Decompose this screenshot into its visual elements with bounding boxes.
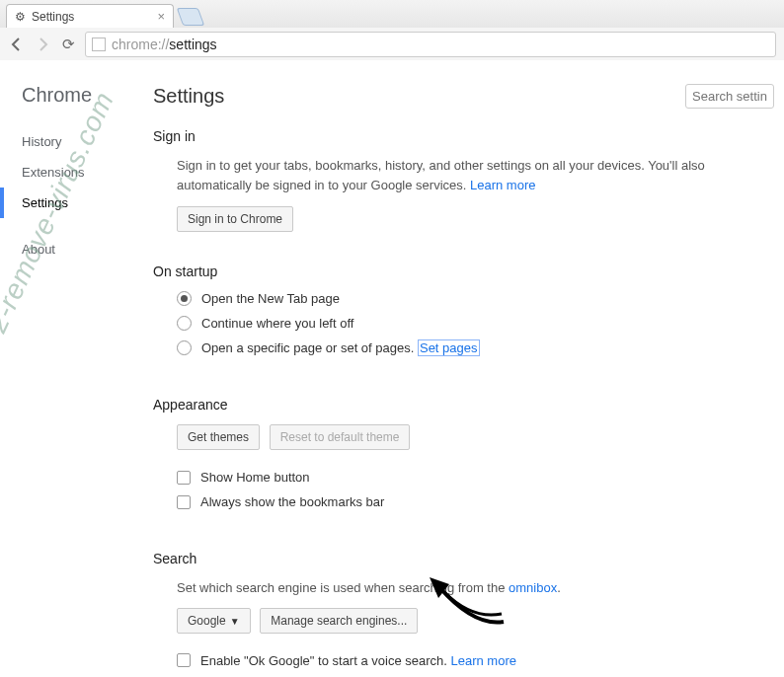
- reset-theme-button[interactable]: Reset to default theme: [270, 424, 411, 450]
- section-search-title: Search: [153, 551, 774, 566]
- radio-new-tab-label: Open the New Tab page: [201, 291, 340, 306]
- chevron-down-icon: ▼: [230, 616, 240, 627]
- search-desc-a: Set which search engine is used when sea…: [177, 580, 509, 595]
- browser-chrome: ⚙ Settings × ⟳ chrome://settings: [0, 0, 784, 60]
- forward-button[interactable]: [34, 36, 51, 53]
- url-path: settings: [169, 37, 216, 52]
- checkbox-ok-google[interactable]: [177, 653, 191, 667]
- brand-title: Chrome: [0, 84, 153, 107]
- settings-content: Settings Sign in Sign in to get your tab…: [153, 60, 784, 677]
- close-icon[interactable]: ×: [157, 9, 165, 24]
- get-themes-button[interactable]: Get themes: [177, 424, 260, 450]
- checkbox-bookmarks-bar[interactable]: [177, 495, 191, 509]
- page-icon: [92, 38, 106, 51]
- address-bar[interactable]: chrome://settings: [85, 32, 776, 57]
- checkbox-bookmarks-label: Always show the bookmarks bar: [200, 494, 384, 509]
- checkbox-home-label: Show Home button: [200, 470, 310, 485]
- checkbox-ok-google-label: Enable "Ok Google" to start a voice sear…: [200, 653, 516, 668]
- sidebar-item-extensions[interactable]: Extensions: [0, 157, 153, 188]
- sidebar-item-history[interactable]: History: [0, 126, 153, 157]
- radio-specific-text: Open a specific page or set of pages.: [201, 340, 418, 355]
- url-scheme: chrome://: [112, 37, 169, 52]
- ok-google-learn-more-link[interactable]: Learn more: [450, 653, 515, 668]
- reload-button[interactable]: ⟳: [59, 36, 77, 53]
- signin-button[interactable]: Sign in to Chrome: [177, 206, 293, 232]
- radio-specific-pages-label: Open a specific page or set of pages. Se…: [201, 340, 480, 355]
- new-tab-button[interactable]: [177, 8, 205, 26]
- section-startup-title: On startup: [153, 263, 774, 279]
- search-desc-b: .: [557, 580, 561, 595]
- sidebar: Chrome History Extensions Settings About: [0, 60, 153, 677]
- omnibox-link[interactable]: omnibox: [509, 580, 557, 595]
- gear-icon: ⚙: [15, 10, 26, 24]
- signin-learn-more-link[interactable]: Learn more: [470, 178, 535, 192]
- tab-settings[interactable]: ⚙ Settings ×: [6, 4, 174, 28]
- section-signin-title: Sign in: [153, 128, 774, 144]
- manage-search-engines-button[interactable]: Manage search engines...: [260, 608, 418, 634]
- search-settings-input[interactable]: [685, 84, 774, 109]
- radio-specific-pages[interactable]: [177, 340, 192, 355]
- section-appearance-title: Appearance: [153, 397, 774, 413]
- checkbox-home-button[interactable]: [177, 471, 191, 485]
- radio-new-tab[interactable]: [177, 291, 192, 306]
- radio-continue[interactable]: [177, 316, 192, 331]
- ok-google-text: Enable "Ok Google" to start a voice sear…: [200, 653, 450, 668]
- set-pages-link[interactable]: Set pages: [418, 339, 480, 356]
- radio-continue-label: Continue where you left off: [201, 316, 353, 331]
- signin-description: Sign in to get your tabs, bookmarks, his…: [177, 156, 774, 194]
- search-description: Set which search engine is used when sea…: [177, 578, 774, 598]
- search-engine-dropdown[interactable]: Google▼: [177, 608, 251, 634]
- search-engine-label: Google: [188, 614, 226, 628]
- sidebar-item-settings[interactable]: Settings: [0, 188, 153, 218]
- page-title: Settings: [153, 85, 224, 108]
- tab-strip: ⚙ Settings ×: [0, 0, 784, 28]
- sidebar-item-about[interactable]: About: [0, 234, 153, 264]
- back-button[interactable]: [8, 36, 26, 53]
- signin-desc-text: Sign in to get your tabs, bookmarks, his…: [177, 158, 705, 192]
- toolbar: ⟳ chrome://settings: [0, 28, 784, 60]
- tab-title: Settings: [32, 10, 74, 24]
